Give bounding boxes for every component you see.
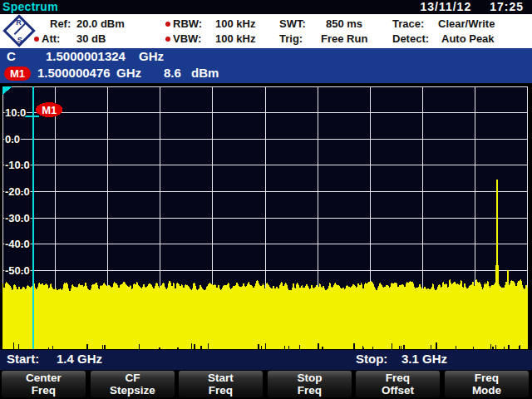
noise-min-notch [436, 342, 436, 349]
time-label: 17:25 [490, 0, 524, 13]
y-tick-label: -20.0 [5, 185, 30, 198]
stop-value: 3.1 GHz [401, 352, 447, 366]
m1-marker-badge: M1 [4, 66, 31, 81]
minor-spike [507, 270, 509, 349]
rbw-value: 100 kHz [215, 17, 255, 30]
noise-min-notch [284, 346, 285, 349]
vbw-coupled-dot [165, 37, 170, 42]
start-value: 1.4 GHz [57, 352, 102, 366]
noise-min-notch [139, 344, 140, 350]
softkey-stop-freq[interactable]: Stop Freq [268, 371, 352, 397]
noise-min-notch [177, 347, 178, 349]
datetime: 13/11/12 17:25 [420, 0, 524, 13]
y-tick-label: -10.0 [5, 159, 30, 171]
noise-min-notch [52, 346, 53, 349]
noise-min-notch [362, 346, 363, 349]
noise-min-notch [191, 343, 192, 349]
center-freq-value: 1.5000001324 [46, 49, 126, 64]
rbw-label: RBW: [173, 17, 202, 30]
softkey-row: Center Freq CF Stepsize Start Freq Stop … [0, 370, 532, 399]
noise-min-notch [13, 342, 14, 349]
noise-min-notch [288, 346, 289, 349]
m1-level-value: 8.6 [164, 66, 181, 81]
noise-min-notch [399, 346, 400, 349]
noise-min-notch [200, 346, 201, 349]
noise-min-notch [456, 346, 456, 349]
softkey-cf-stepsize[interactable]: CF Stepsize [91, 371, 175, 397]
noise-min-notch [104, 345, 105, 349]
stop-label: Stop: [356, 352, 387, 366]
noise-min-notch [504, 347, 505, 349]
noise-min-notch [403, 347, 404, 349]
noise-min-notch [372, 347, 373, 349]
trace-label: Trace: [392, 17, 424, 30]
noise-min-notch [401, 346, 401, 349]
noise-min-notch [159, 347, 160, 349]
ref-label: Ref: [50, 17, 71, 30]
m1-freq-value: 1.500000476 [37, 66, 111, 81]
noise-min-notch [492, 347, 493, 349]
noise-min-notch [490, 344, 491, 350]
noise-min-notch [353, 343, 354, 349]
att-coupled-dot [34, 37, 39, 42]
date-label: 13/11/12 [420, 0, 471, 13]
trig-value: Free Run [321, 32, 367, 45]
noise-min-notch [495, 345, 496, 349]
noise-min-notch [318, 343, 318, 349]
detect-label: Detect: [392, 32, 429, 45]
noise-min-notch [261, 346, 262, 349]
att-label: Att: [42, 32, 60, 45]
signal-peak-1 [496, 180, 498, 349]
marker-readout-band: C 1.5000001324 GHz M1 1.500000476 GHz 8.… [0, 48, 532, 86]
noise-min-notch [18, 344, 19, 349]
trace-value: Clear/Write [438, 17, 495, 30]
noise-min-notch [258, 344, 259, 349]
noise-min-notch [520, 345, 520, 349]
spectrum-analyzer-screen: Spectrum 13/11/12 17:25 R S Ref: 20.0 dB… [0, 0, 532, 399]
vbw-label: VBW: [173, 32, 201, 45]
swt-value: 850 ms [326, 17, 362, 30]
softkey-center-freq[interactable]: Center Freq [2, 371, 86, 397]
vbw-value: 100 kHz [215, 32, 255, 45]
mode-title: Spectrum [2, 0, 58, 13]
trig-label: Trig: [279, 32, 303, 45]
noise-min-notch [265, 343, 266, 349]
softkey-start-freq[interactable]: Start Freq [179, 371, 263, 397]
noise-min-notch [363, 347, 364, 349]
noise-min-notch [299, 345, 300, 349]
y-tick-label: -30.0 [5, 212, 30, 224]
noise-min-notch [102, 345, 103, 349]
ref-value: 20.0 dBm [76, 17, 125, 30]
noise-min-notch [322, 347, 323, 349]
swt-label: SWT: [279, 17, 306, 30]
y-tick-label: 0.0 [5, 133, 20, 145]
softkey-freq-offset[interactable]: Freq Offset [356, 371, 440, 397]
softkey-freq-mode[interactable]: Freq Mode [445, 371, 529, 397]
y-tick-label: 10.0 [5, 106, 26, 119]
title-bar: Spectrum 13/11/12 17:25 [0, 0, 532, 14]
spectrum-plot-svg: M110.00.0-10.0-20.0-30.0-40.0-50.0 [2, 86, 528, 349]
y-tick-label: -50.0 [5, 264, 30, 277]
noise-min-notch [194, 344, 195, 349]
rbw-coupled-dot [165, 22, 170, 27]
noise-min-notch [48, 347, 49, 349]
logo-letter-s: S [17, 36, 22, 44]
y-tick-label: -40.0 [5, 238, 30, 250]
noise-min-notch [431, 345, 431, 349]
noise-min-notch [508, 345, 509, 349]
rohde-schwarz-logo: R S [2, 14, 36, 47]
m1-freq-unit: GHz [116, 66, 141, 81]
noise-min-notch [86, 344, 87, 349]
trace-corner-indicator [2, 86, 12, 95]
spectrum-plot: M110.00.0-10.0-20.0-30.0-40.0-50.0 [2, 86, 528, 349]
logo-letter-r: R [16, 18, 22, 27]
m1-marker-bubble-label: M1 [42, 104, 57, 116]
noise-min-notch [392, 343, 392, 349]
att-value: 30 dB [76, 32, 106, 45]
detect-value: Auto Peak [441, 32, 495, 45]
m1-level-unit: dBm [191, 66, 219, 81]
center-freq-unit: GHz [139, 49, 164, 64]
start-label: Start: [7, 352, 39, 366]
noise-min-notch [208, 343, 209, 349]
center-label: C [7, 49, 16, 64]
